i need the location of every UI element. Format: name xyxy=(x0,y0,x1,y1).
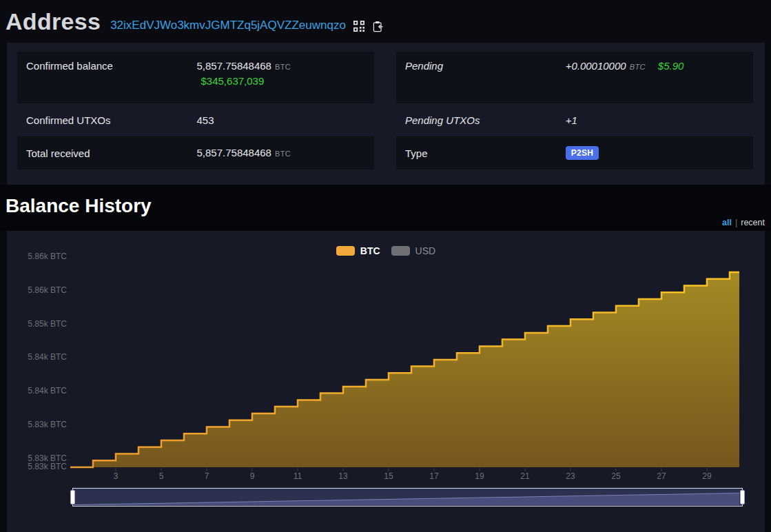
address-link[interactable]: 32ixEdVJWo3kmvJGMTZq5jAQVZZeuwnqzo xyxy=(110,19,346,32)
svg-text:5.85k BTC: 5.85k BTC xyxy=(28,319,67,329)
page-header: Address 32ixEdVJWo3kmvJGMTZq5jAQVZZeuwnq… xyxy=(0,0,771,43)
pending-utxos-label: Pending UTXOs xyxy=(405,114,566,126)
svg-text:3: 3 xyxy=(114,471,119,481)
zoom-slider[interactable] xyxy=(72,488,743,507)
confirmed-utxos-label: Confirmed UTXOs xyxy=(26,114,197,126)
total-received-value: 5,857.75848468BTC xyxy=(197,147,291,159)
btc-legend-label: BTC xyxy=(360,245,380,256)
usd-legend-swatch xyxy=(391,246,410,256)
svg-text:5.86k BTC: 5.86k BTC xyxy=(28,285,67,295)
copy-address-icon[interactable] xyxy=(372,21,383,32)
btc-legend-swatch xyxy=(336,246,355,256)
total-received-label: Total received xyxy=(26,147,197,159)
pending-utxos-value: +1 xyxy=(566,114,577,126)
pending-usd: $5.90 xyxy=(658,60,684,72)
pending-row: Pending +0.00010000BTC$5.90 xyxy=(396,52,753,103)
pending-utxos-row: Pending UTXOs +1 xyxy=(396,103,753,136)
svg-text:21: 21 xyxy=(520,471,530,481)
svg-text:9: 9 xyxy=(250,471,255,481)
pending-value: +0.00010000BTC$5.90 xyxy=(566,60,684,72)
btc-unit: BTC xyxy=(275,150,291,158)
confirmed-balance-row: Confirmed balance 5,857.75848468BTC $345… xyxy=(17,52,374,103)
svg-text:15: 15 xyxy=(384,471,393,481)
svg-text:7: 7 xyxy=(205,471,209,481)
svg-text:5: 5 xyxy=(159,471,164,481)
chart-legend: BTC USD xyxy=(7,245,765,256)
confirmed-balance-value: 5,857.75848468BTC $345,637,039 xyxy=(197,60,291,87)
btc-unit: BTC xyxy=(630,63,646,71)
type-row: Type P2SH xyxy=(396,136,753,170)
svg-text:29: 29 xyxy=(702,471,712,481)
total-received-row: Total received 5,857.75848468BTC xyxy=(17,136,374,170)
summary-left-column: Confirmed balance 5,857.75848468BTC $345… xyxy=(17,52,374,185)
range-separator: | xyxy=(735,218,737,227)
zoom-slider-right-handle[interactable] xyxy=(740,490,745,504)
address-summary-box: Confirmed balance 5,857.75848468BTC $345… xyxy=(7,43,765,185)
range-recent-link[interactable]: recent xyxy=(741,218,765,227)
zoom-slider-left-handle[interactable] xyxy=(70,490,75,504)
balance-chart[interactable]: 5.86k BTC5.86k BTC5.85k BTC5.84k BTC5.84… xyxy=(7,231,765,484)
pending-label: Pending xyxy=(405,60,566,72)
svg-text:5.84k BTC: 5.84k BTC xyxy=(28,386,67,396)
confirmed-utxos-row: Confirmed UTXOs 453 xyxy=(17,103,374,136)
svg-text:25: 25 xyxy=(611,471,621,481)
btc-unit: BTC xyxy=(275,63,291,71)
balance-history-title: Balance History xyxy=(6,195,152,217)
usd-legend-label: USD xyxy=(415,245,436,256)
zoom-slider-minimap xyxy=(73,489,742,506)
svg-text:17: 17 xyxy=(429,471,439,481)
qr-code-icon[interactable] xyxy=(353,21,364,32)
type-label: Type xyxy=(405,147,566,159)
confirmed-balance-usd: $345,637,039 xyxy=(197,75,291,87)
svg-text:5.83k BTC: 5.83k BTC xyxy=(28,420,67,429)
svg-text:11: 11 xyxy=(294,471,302,481)
svg-text:5.83k BTC: 5.83k BTC xyxy=(28,462,67,471)
page-title: Address xyxy=(6,8,101,35)
legend-item-btc[interactable]: BTC xyxy=(336,245,380,256)
confirmed-utxos-value: 453 xyxy=(197,114,214,126)
legend-item-usd[interactable]: USD xyxy=(391,245,436,256)
svg-text:23: 23 xyxy=(566,471,575,481)
balance-history-chart-panel: 5.86k BTC5.86k BTC5.85k BTC5.84k BTC5.84… xyxy=(7,231,765,532)
range-selector: all|recent xyxy=(722,218,765,227)
address-type-badge: P2SH xyxy=(566,146,599,160)
balance-history-header: Balance History all|recent xyxy=(0,185,771,231)
confirmed-balance-label: Confirmed balance xyxy=(26,60,197,72)
svg-text:5.84k BTC: 5.84k BTC xyxy=(28,352,67,362)
range-all-link[interactable]: all xyxy=(722,218,732,227)
svg-text:13: 13 xyxy=(338,471,348,481)
svg-text:27: 27 xyxy=(657,471,666,481)
summary-right-column: Pending +0.00010000BTC$5.90 Pending UTXO… xyxy=(396,52,753,185)
svg-text:19: 19 xyxy=(475,471,484,481)
